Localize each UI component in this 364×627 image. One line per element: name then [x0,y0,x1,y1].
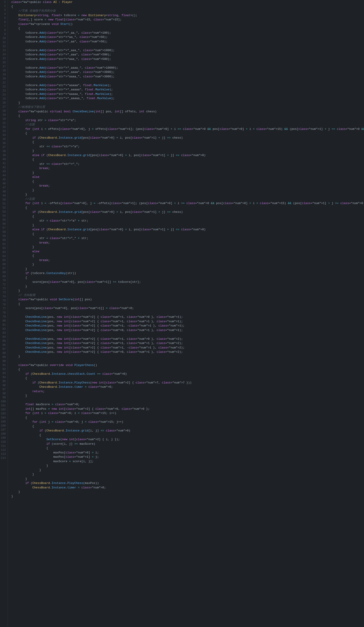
line-number: 78 [1,311,6,315]
line-number: 47 [1,186,6,190]
code-line: str = class="str">"_" + str; [10,236,364,241]
line-number: 75 [1,299,6,303]
line-number: 88 [1,351,6,355]
line-number: 70 [1,278,6,283]
code-line: if (ChessBoard.Instance.PlayChess(new in… [10,380,364,385]
code-line: for (int j = class="num">0; j < class="n… [10,420,364,424]
code-line: { [10,114,364,118]
line-number: 102 [1,408,6,412]
code-line: break; [10,258,364,262]
line-number: 82 [1,327,6,331]
line-number: 51 [1,202,6,206]
code-line: { [10,232,364,236]
line-number: 93 [1,371,6,375]
line-number: 44 [1,174,6,178]
line-number: 87 [1,347,6,351]
code-line: else [10,175,364,179]
code-line [10,398,364,403]
code-line: } [10,262,364,267]
code-line [10,359,364,363]
line-number: 95 [1,379,6,383]
line-number: 48 [1,190,6,194]
line-number: 12 [1,44,6,49]
line-number: 11 [1,40,6,44]
code-line: str += class="str">"_"; [10,162,364,166]
code-line: { [10,26,364,31]
line-number: 91 [1,363,6,367]
line-number: 112 [1,448,6,452]
code-line: class="kw">public virtual bool CheckOneL… [10,109,364,114]
code-line: //字典 存储棋子布局和分值 [10,9,364,13]
code-line: toScore.Add(class="str">"aaa_", class="n… [10,57,364,61]
code-line: str += class="str">"a"; [10,144,364,149]
code-line [10,332,364,337]
code-line: { [10,302,364,306]
code-line: { [10,206,364,210]
code-line: if (ChessBoard.Instance.grid[i, j] == cl… [10,428,364,433]
line-number: 97 [1,387,6,392]
code-line: str = class="str">"a" + str; [10,219,364,223]
code-line: } [10,394,364,398]
code-line: CheckOneLine(pos, new int[class="num">2]… [10,341,364,346]
line-number: 19 [1,73,6,77]
line-number: 30 [1,117,6,121]
line-number: 58 [1,230,6,234]
code-line: class="kw">public override void PlayerCh… [10,363,364,367]
code-line: toScore.Add(class="str">"_aaaa_", class=… [10,66,364,70]
line-number: 38 [1,149,6,153]
code-line: { [10,214,364,219]
code-line: CheckOneLine(pos, new int[class="num">2]… [10,346,364,350]
line-number: 49 [1,194,6,198]
line-number: 103 [1,412,6,416]
code-line: { [10,4,364,9]
code-line: float[,] score = new float[class="num">1… [10,17,364,22]
code-line: for (int i = -offets[class="num">0], j =… [10,201,364,206]
line-number: 53 [1,210,6,214]
line-number: 56 [1,222,6,226]
line-number: 5 [1,16,6,20]
code-line: } [10,149,364,153]
line-number: 31 [1,121,6,125]
code-line: { [10,140,364,144]
line-number: 3 [1,8,6,12]
line-number: 24 [1,93,6,97]
line-number: 21 [1,81,6,85]
line-number: 85 [1,339,6,343]
line-number: 6 [1,20,6,24]
line-number: 106 [1,424,6,428]
line-number: 22 [1,85,6,89]
code-line: { [10,254,364,258]
code-line: } [10,188,364,193]
line-number: 62 [1,246,6,250]
code-line: else if (ChessBoard.Instance.grid[pos[cl… [10,153,364,158]
code-line: } [10,472,364,477]
code-line: } [10,490,364,494]
line-number: 71 [1,283,6,287]
line-number: 107 [1,428,6,432]
code-line: } [10,245,364,249]
code-line: CheckOneLine(pos, new int[class="num">2]… [10,315,364,319]
line-number: 34 [1,133,6,137]
line-number: 100 [1,400,6,404]
line-number: 104 [1,416,6,420]
code-body[interactable]: class="kw">public class AI : Player{ //字… [8,0,364,627]
line-number: 32 [1,125,6,129]
code-line: } [10,192,364,197]
code-editor: 1234567891011121314151617181920212223242… [0,0,364,627]
code-line: } [10,101,364,105]
code-line: //右面 [10,122,364,127]
code-line: toScore.Add(class="str">"_aa", class="nu… [10,40,364,44]
code-line: toScore.Add(class="str">"aaaaa_", float.… [10,92,364,97]
line-number: 67 [1,266,6,270]
line-number: 74 [1,295,6,299]
line-number: 13 [1,49,6,52]
line-number: 101 [1,404,6,408]
line-numbers: 1234567891011121314151617181920212223242… [0,0,8,627]
code-line: CheckOneLine(pos, new int[class="num">2]… [10,350,364,354]
line-number: 4 [1,12,6,16]
line-number: 25 [1,97,6,101]
code-line: { [10,376,364,380]
code-line: toScore.Add(class="str">"_aaaaa", float.… [10,88,364,92]
line-number: 69 [1,274,6,278]
line-number: 99 [1,396,6,400]
